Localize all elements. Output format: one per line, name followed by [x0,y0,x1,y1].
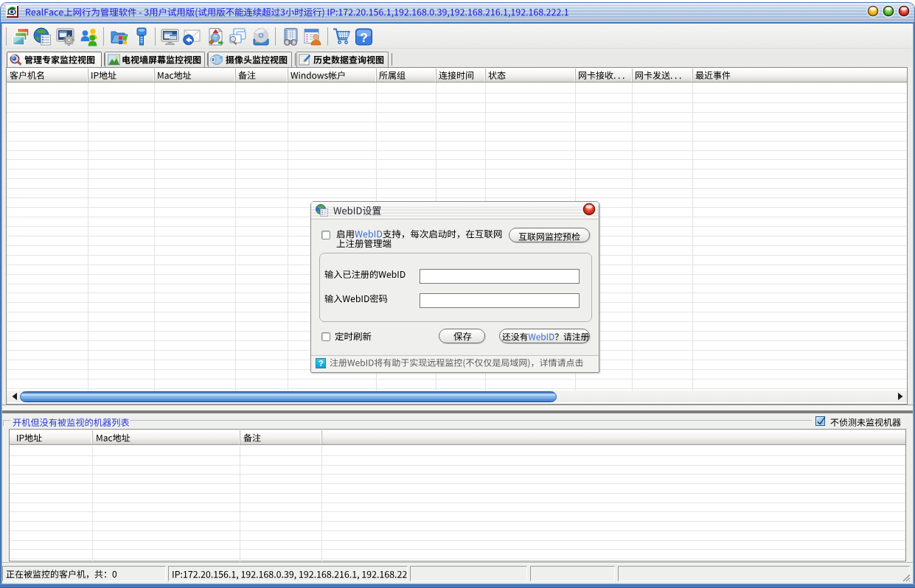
svg-text:?: ? [360,31,367,45]
